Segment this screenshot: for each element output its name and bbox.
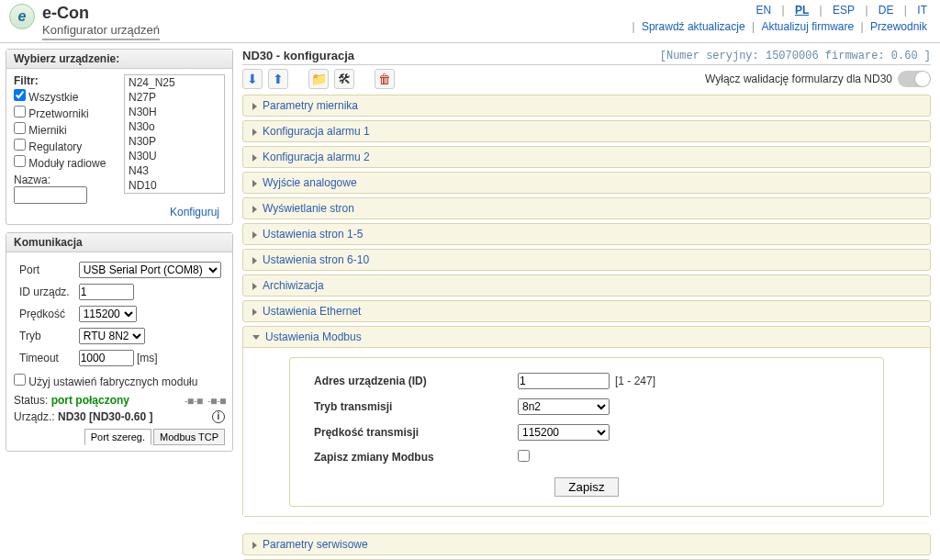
trans-mode-label: Tryb transmisji	[308, 395, 510, 419]
configure-link[interactable]: Konfiguruj	[14, 206, 225, 218]
lang-en[interactable]: EN	[755, 4, 771, 17]
device-item[interactable]: N30H	[125, 105, 224, 119]
port-select[interactable]: USB Serial Port (COM8)	[79, 262, 221, 278]
main: ND30 - konfiguracja [Numer seryjny: 1507…	[239, 43, 940, 560]
signal-icon: -■-■ -■-■	[184, 396, 225, 406]
filter-checkbox-0[interactable]	[14, 89, 26, 101]
lang-it[interactable]: IT	[917, 4, 927, 17]
device-panel: Wybierz urządzenie: Filtr: Wszystkie Prz…	[6, 49, 233, 225]
trans-mode-select[interactable]: 8n2	[518, 398, 610, 415]
trans-baud-label: Prędkość transmisji	[308, 420, 510, 444]
tab-modbus-tcp[interactable]: Modbus TCP	[153, 429, 225, 445]
name-input[interactable]	[14, 186, 87, 204]
lang-de[interactable]: DE	[878, 4, 894, 17]
section-header[interactable]: Ustawienia stron 6-10	[243, 250, 930, 270]
tab-serial[interactable]: Port szereg.	[84, 429, 151, 445]
section-header[interactable]: Ustawienia Ethernet	[243, 301, 930, 321]
upload-icon[interactable]: ⬆	[268, 69, 288, 89]
mode-select[interactable]: RTU 8N2	[79, 328, 145, 344]
addr-range: [1 - 247]	[615, 375, 655, 387]
baud-select[interactable]: 115200	[79, 306, 137, 322]
validate-label: Wyłącz walidację formularzy dla ND30	[705, 73, 892, 85]
timeout-label: Timeout	[16, 348, 73, 368]
section: Wyświetlanie stron	[242, 197, 931, 219]
filter-0[interactable]: Wszystkie	[14, 89, 124, 104]
port-label: Port	[16, 260, 73, 280]
section-header[interactable]: Wyjście analogowe	[243, 173, 930, 193]
device-item[interactable]: N30P	[125, 134, 224, 149]
device-panel-title: Wybierz urządzenie:	[6, 50, 232, 69]
device-list[interactable]: N24_N25N27PN30HN30oN30PN30UN43ND10ND20ND…	[124, 74, 225, 194]
filter-checkbox-2[interactable]	[14, 122, 26, 134]
filter-checkbox-1[interactable]	[14, 106, 26, 118]
section: Parametry serwisowe	[242, 533, 931, 555]
timeout-input[interactable]	[79, 350, 134, 366]
modbus-form: Adres urządzenia (ID) [1 - 247] Tryb tra…	[289, 357, 884, 507]
header-links: | Sprawdź aktualizacje | Aktualizuj firm…	[632, 20, 931, 33]
filter-checkbox-4[interactable]	[14, 155, 26, 167]
chevron-icon	[252, 257, 257, 264]
chevron-icon	[252, 206, 257, 213]
chevron-icon	[252, 103, 257, 110]
filter-2[interactable]: Mierniki	[14, 122, 124, 137]
trans-baud-select[interactable]: 115200	[518, 424, 610, 441]
section-header[interactable]: Konfiguracja alarmu 1	[243, 121, 930, 141]
chevron-icon	[252, 308, 257, 316]
factory-checkbox[interactable]	[14, 374, 26, 386]
section-header[interactable]: Parametry serwisowe	[243, 534, 930, 554]
addr-input[interactable]	[518, 373, 610, 389]
chevron-icon	[252, 335, 260, 340]
section: Ustawienia stron 6-10	[242, 249, 931, 271]
settings-icon[interactable]: 🛠	[334, 69, 354, 89]
id-input[interactable]	[79, 284, 134, 300]
brand-title: e-Con	[42, 4, 160, 23]
brand-subtitle: Konfigurator urządzeń	[42, 23, 160, 40]
section: Ustawienia Ethernet	[242, 300, 931, 322]
section-header[interactable]: Wyświetlanie stron	[243, 198, 930, 218]
section-header[interactable]: Ustawienia Modbus	[243, 327, 930, 347]
delete-icon[interactable]: 🗑	[375, 69, 395, 89]
filter-checkbox-3[interactable]	[14, 139, 26, 151]
device-item[interactable]: N30U	[125, 149, 224, 163]
lang-pl[interactable]: PL	[795, 4, 809, 17]
section-header[interactable]: Konfiguracja alarmu 2	[243, 147, 930, 167]
device-item[interactable]: N43	[125, 163, 224, 178]
device-value: ND30 [ND30-0.60 ]	[58, 410, 152, 423]
filter-3[interactable]: Regulatory	[14, 139, 124, 153]
id-label: ID urządz.	[16, 282, 73, 302]
validate-toggle[interactable]	[898, 71, 931, 87]
name-label: Nazwa:	[14, 174, 50, 186]
open-icon[interactable]: 📁	[308, 69, 329, 89]
comm-panel-title: Komunikacja	[6, 233, 232, 252]
section-header[interactable]: Parametry miernika	[243, 95, 930, 116]
download-icon[interactable]: ⬇	[242, 69, 263, 89]
check-updates-link[interactable]: Sprawdź aktualizacje	[642, 20, 745, 33]
mode-label: Tryb	[16, 326, 73, 346]
status-value: port połączony	[51, 394, 129, 407]
timeout-unit: [ms]	[137, 352, 158, 364]
save-changes-label: Zapisz zmiany Modbus	[308, 446, 510, 468]
section: Konfiguracja alarmu 1	[242, 120, 931, 142]
section-header[interactable]: Ustawienia stron 1-5	[243, 224, 930, 244]
info-icon[interactable]: i	[212, 410, 225, 423]
guide-link[interactable]: Przewodnik	[870, 20, 927, 33]
section: Konfiguracja alarmu 2	[242, 146, 931, 168]
device-item[interactable]: N24_N25	[125, 75, 224, 90]
save-button[interactable]: Zapisz	[554, 477, 618, 497]
addr-label: Adres urządzenia (ID)	[308, 369, 510, 393]
factory-checkbox-label[interactable]: Użyj ustawień fabrycznych modułu	[14, 375, 197, 388]
device-item[interactable]: ND20	[125, 193, 224, 194]
device-item[interactable]: N30o	[125, 119, 224, 134]
logo-icon: e	[9, 4, 35, 29]
filter-4[interactable]: Moduły radiowe	[14, 155, 124, 170]
update-firmware-link[interactable]: Aktualizuj firmware	[761, 20, 854, 33]
lang-esp[interactable]: ESP	[833, 4, 855, 17]
chevron-icon	[252, 129, 257, 136]
save-changes-checkbox[interactable]	[518, 450, 530, 462]
section-header[interactable]: Archiwizacja	[243, 275, 930, 296]
device-item[interactable]: N27P	[125, 90, 224, 105]
filter-1[interactable]: Przetworniki	[14, 106, 124, 120]
device-item[interactable]: ND10	[125, 178, 224, 193]
serial-info: [Numer seryjny: 15070006 firmware: 0.60 …	[660, 50, 931, 62]
toolbar: ⬇ ⬆ 📁 🛠 🗑 Wyłącz walidację formularzy dl…	[242, 69, 931, 89]
